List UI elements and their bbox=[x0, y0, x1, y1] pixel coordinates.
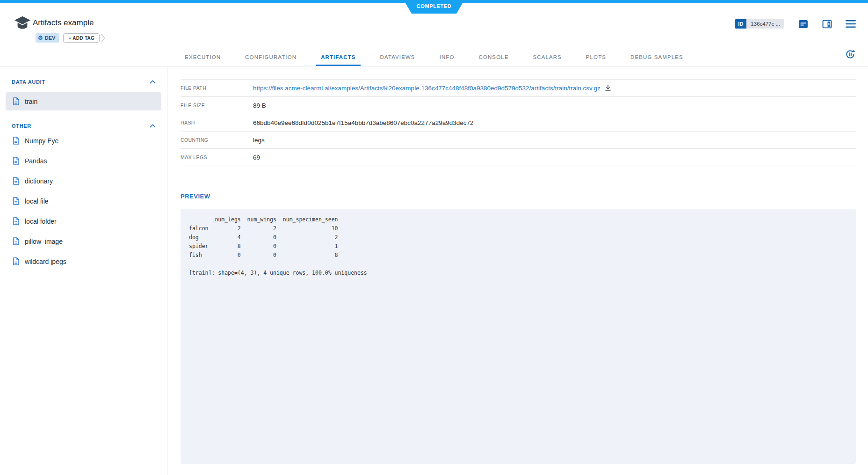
tab-debug-samples[interactable]: DEBUG SAMPLES bbox=[618, 54, 695, 66]
preview-box: num_legs num_wings num_specimen_seen fal… bbox=[181, 209, 856, 464]
detail-row-counting: COUNTINGlegs bbox=[181, 131, 856, 148]
header-actions: ID 136c477c ... bbox=[735, 19, 856, 29]
artifact-detail-panel: FILE PATHhttps://files.acme-clearml.ai/e… bbox=[168, 66, 868, 475]
tab-info[interactable]: INFO bbox=[427, 54, 467, 66]
sidebar-item-label: local file bbox=[25, 197, 49, 205]
sidebar-item-label: Pandas bbox=[25, 157, 47, 165]
sidebar-item-dictionary[interactable]: dictionary bbox=[0, 171, 167, 191]
sidebar-item-label: train bbox=[25, 98, 37, 105]
auto-refresh-icon[interactable] bbox=[845, 49, 856, 60]
sidebar-item-pandas[interactable]: Pandas bbox=[0, 151, 167, 171]
tab-bar: EXECUTIONCONFIGURATIONARTIFACTSDATAVIEWS… bbox=[0, 50, 868, 66]
experiment-type-icon bbox=[14, 15, 31, 32]
tab-dataviews[interactable]: DATAVIEWS bbox=[368, 54, 427, 66]
tab-execution[interactable]: EXECUTION bbox=[173, 54, 233, 66]
sidebar-item-local-folder[interactable]: local folder bbox=[0, 211, 167, 231]
detail-label: COUNTING bbox=[181, 137, 253, 143]
sidebar-item-label: Numpy Eye bbox=[25, 137, 58, 145]
detail-value: 66bdb40e9ee68dfd0d025b1e7f15a4bbb7d3abe8… bbox=[253, 119, 474, 126]
detail-value: 89 B bbox=[253, 102, 266, 109]
file-icon bbox=[13, 177, 20, 185]
preview-section-title[interactable]: PREVIEW bbox=[181, 193, 210, 200]
file-icon bbox=[13, 157, 20, 165]
panel-view-icon[interactable] bbox=[822, 19, 832, 29]
chevron-up-icon[interactable] bbox=[150, 124, 156, 128]
sidebar-item-label: pillow_image bbox=[25, 238, 63, 245]
detail-value: 69 bbox=[253, 154, 260, 161]
detail-row-file-size: FILE SIZE89 B bbox=[181, 96, 856, 114]
tab-console[interactable]: CONSOLE bbox=[467, 54, 521, 66]
id-badge: ID bbox=[735, 19, 746, 29]
tag-list: ⚙ DEV + ADD TAG bbox=[36, 33, 105, 43]
artifact-details-table: FILE PATHhttps://files.acme-clearml.ai/e… bbox=[181, 79, 856, 166]
sidebar-item-train[interactable]: train bbox=[6, 92, 161, 110]
tab-scalars[interactable]: SCALARS bbox=[521, 54, 573, 66]
detail-row-hash: HASH66bdb40e9ee68dfd0d025b1e7f15a4bbb7d3… bbox=[181, 114, 856, 131]
add-tag-label: + ADD TAG bbox=[68, 36, 94, 41]
tab-artifacts[interactable]: ARTIFACTS bbox=[309, 54, 368, 66]
tab-configuration[interactable]: CONFIGURATION bbox=[233, 54, 309, 66]
experiment-id-chip[interactable]: ID 136c477c ... bbox=[735, 19, 784, 29]
file-path-link[interactable]: https://files.acme-clearml.ai/examples/A… bbox=[253, 85, 600, 92]
chevron-right-icon bbox=[101, 34, 105, 43]
sidebar-section-data-audit: DATA AUDIT bbox=[0, 77, 167, 87]
file-icon bbox=[13, 257, 20, 265]
sidebar-section-other: OTHER bbox=[0, 121, 167, 131]
sidebar-item-numpy-eye[interactable]: Numpy Eye bbox=[0, 131, 167, 151]
page-title: Artifacts example bbox=[33, 18, 94, 28]
annotations-icon[interactable] bbox=[798, 19, 808, 29]
tag-dev[interactable]: ⚙ DEV bbox=[36, 33, 59, 43]
detail-label: FILE SIZE bbox=[181, 102, 253, 108]
status-badge-label: COMPLETED bbox=[417, 3, 451, 9]
file-icon bbox=[13, 217, 20, 225]
sidebar-item-wildcard-jpegs[interactable]: wildcard jpegs bbox=[0, 251, 167, 271]
detail-row-max-legs: MAX LEGS69 bbox=[181, 148, 856, 166]
download-icon[interactable] bbox=[605, 85, 611, 91]
preview-text: num_legs num_wings num_specimen_seen fal… bbox=[181, 209, 856, 284]
sidebar-item-label: local folder bbox=[25, 218, 57, 225]
sidebar-section-title: DATA AUDIT bbox=[12, 79, 45, 85]
detail-label: FILE PATH bbox=[181, 85, 253, 91]
add-tag-button[interactable]: + ADD TAG bbox=[63, 33, 100, 43]
file-icon bbox=[13, 137, 20, 145]
tab-plots[interactable]: PLOTS bbox=[574, 54, 618, 66]
detail-row-file-path: FILE PATHhttps://files.acme-clearml.ai/e… bbox=[181, 79, 856, 96]
artifacts-sidebar: DATA AUDITtrainOTHERNumpy EyePandasdicti… bbox=[0, 66, 167, 475]
id-value: 136c477c ... bbox=[746, 19, 784, 29]
detail-value: https://files.acme-clearml.ai/examples/A… bbox=[253, 85, 611, 92]
detail-label: MAX LEGS bbox=[181, 154, 253, 160]
menu-icon[interactable] bbox=[846, 19, 856, 29]
status-badge: COMPLETED bbox=[404, 0, 464, 14]
file-icon bbox=[13, 237, 20, 245]
sidebar-section-title: OTHER bbox=[12, 123, 31, 129]
file-icon bbox=[13, 197, 20, 205]
sidebar-item-pillow_image[interactable]: pillow_image bbox=[0, 231, 167, 251]
sidebar-item-label: wildcard jpegs bbox=[25, 258, 66, 265]
gear-icon: ⚙ bbox=[38, 35, 43, 41]
chevron-up-icon[interactable] bbox=[150, 80, 156, 84]
tag-dev-label: DEV bbox=[45, 35, 56, 41]
detail-label: HASH bbox=[181, 120, 253, 125]
detail-value: legs bbox=[253, 137, 265, 144]
sidebar-item-local-file[interactable]: local file bbox=[0, 191, 167, 211]
sidebar-item-label: dictionary bbox=[25, 177, 53, 185]
file-icon bbox=[13, 97, 20, 105]
